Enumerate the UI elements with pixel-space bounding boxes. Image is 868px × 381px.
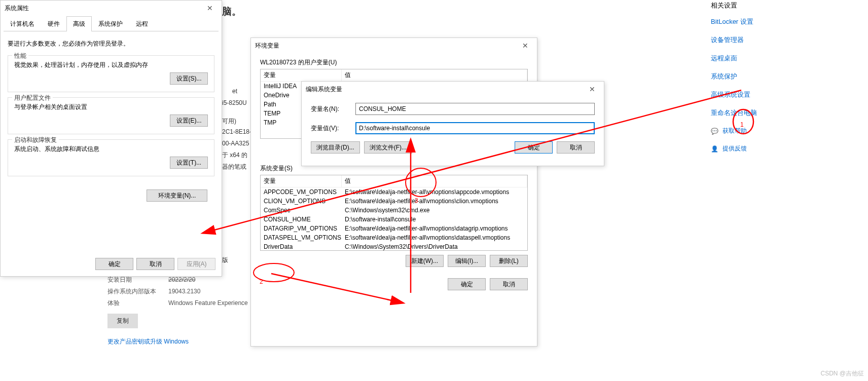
sidebar-link-remote-desktop[interactable]: 远程桌面 — [711, 54, 782, 63]
sidebar-link-advanced-settings[interactable]: 高级系统设置 — [711, 90, 782, 99]
bg-text: 脑。 — [222, 5, 241, 18]
col-header-variable: 变量 — [261, 69, 342, 81]
profile-settings-button[interactable]: 设置(E)... — [170, 115, 208, 127]
get-help-link[interactable]: 💬获取帮助 — [711, 127, 782, 135]
bg-text: 器的笔或 — [222, 163, 246, 171]
table-row[interactable]: CONSUL_HOMED:\software-install\consule — [261, 215, 527, 224]
table-row[interactable]: CLION_VM_OPTIONSE:\software\Idea\ja-netf… — [261, 197, 527, 206]
chat-icon: 💬 — [711, 128, 718, 135]
cancel-button[interactable]: 取消 — [490, 278, 528, 290]
browse-dir-button[interactable]: 浏览目录(D)... — [311, 141, 360, 154]
var-value-input[interactable] — [355, 122, 595, 134]
sys-edit-button[interactable]: 编辑(I)... — [448, 255, 486, 267]
osbuild-value: 19043.2130 — [168, 288, 200, 295]
window-title: 环境变量 — [255, 42, 533, 50]
sidebar-link-device-manager[interactable]: 设备管理器 — [711, 35, 782, 45]
close-button[interactable]: ✕ — [200, 3, 220, 14]
experience-label: 体验 — [107, 299, 168, 308]
system-properties-window: 系统属性 ✕ 计算机名 硬件 高级 系统保护 远程 要进行大多数更改，您必须作为… — [0, 0, 222, 277]
table-row[interactable]: DATAGRIP_VM_OPTIONSE:\software\Idea\ja-n… — [261, 224, 527, 233]
var-value-label: 变量值(V): — [311, 124, 355, 133]
copy-button[interactable]: 复制 — [107, 314, 138, 328]
profile-desc: 与登录帐户相关的桌面设置 — [14, 103, 208, 111]
sidebar-link-rename-pc[interactable]: 重命名这台电脑 — [711, 108, 782, 118]
change-product-key-link[interactable]: 更改产品密钥或升级 Windows — [107, 337, 270, 346]
watermark: CSDN @吉他征 — [820, 369, 864, 378]
tab-computer-name[interactable]: 计算机名 — [4, 16, 41, 31]
bg-text: et — [232, 88, 237, 95]
related-settings-heading: 相关设置 — [711, 1, 782, 10]
var-name-input[interactable] — [355, 103, 595, 115]
window-title: 系统属性 — [5, 4, 218, 13]
table-row[interactable]: APPCODE_VM_OPTIONSE:\software\Idea\ja-ne… — [261, 187, 527, 197]
sys-delete-button[interactable]: 删除(L) — [490, 255, 528, 267]
startup-group-title: 启动和故障恢复 — [12, 136, 59, 144]
ok-button[interactable]: 确定 — [95, 258, 133, 270]
col-header-value: 值 — [342, 69, 527, 81]
environment-variables-button[interactable]: 环境变量(N)... — [147, 189, 207, 202]
sys-new-button[interactable]: 新建(W)... — [406, 255, 444, 267]
close-button[interactable]: ✕ — [583, 84, 602, 95]
bg-text: 2C1-8E18- — [222, 128, 251, 135]
cancel-button[interactable]: 取消 — [136, 258, 174, 270]
tab-remote[interactable]: 远程 — [129, 16, 155, 31]
osbuild-label: 操作系统内部版本 — [107, 287, 168, 296]
sys-vars-listbox[interactable]: 变量 值 APPCODE_VM_OPTIONSE:\software\Idea\… — [260, 175, 528, 251]
ok-button[interactable]: 确定 — [448, 278, 486, 290]
startup-settings-button[interactable]: 设置(T)... — [170, 157, 208, 169]
bg-text: 于 x64 的 — [222, 151, 247, 160]
tab-hardware[interactable]: 硬件 — [41, 16, 66, 31]
bg-text: 可用) — [222, 117, 236, 126]
sidebar-link-bitlocker[interactable]: BitLocker 设置 — [711, 17, 782, 26]
bg-text: i5-8250U — [222, 99, 247, 106]
performance-settings-button[interactable]: 设置(S)... — [170, 72, 208, 85]
tab-system-protection[interactable]: 系统保护 — [92, 16, 129, 31]
edit-variable-dialog: 编辑系统变量 ✕ 变量名(N): 变量值(V): 浏览目录(D)... 浏览文件… — [301, 81, 604, 166]
performance-group-title: 性能 — [12, 52, 28, 60]
install-date-label: 安装日期 — [107, 276, 168, 284]
col-header-variable: 变量 — [261, 175, 342, 187]
profile-group-title: 用户配置文件 — [12, 94, 53, 102]
experience-value: Windows Feature Experience — [168, 299, 248, 307]
apply-button[interactable]: 应用(A) — [177, 258, 215, 270]
col-header-value: 值 — [342, 175, 527, 187]
browse-file-button[interactable]: 浏览文件(F)... — [364, 141, 412, 154]
cancel-button[interactable]: 取消 — [557, 141, 595, 154]
performance-desc: 视觉效果，处理器计划，内存使用，以及虚拟内存 — [14, 61, 208, 69]
table-row[interactable]: ComSpecC:\Windows\system32\cmd.exe — [261, 206, 527, 215]
table-row[interactable]: DriverDataC:\Windows\System32\Drivers\Dr… — [261, 242, 527, 251]
var-name-label: 变量名(N): — [311, 105, 355, 113]
install-date-value: 2022/2/20 — [168, 276, 195, 283]
dialog-title: 编辑系统变量 — [306, 85, 600, 94]
table-row[interactable]: DATASPELL_VM_OPTIONSE:\software\Idea\ja-… — [261, 233, 527, 242]
bg-text: 00-AA325 — [222, 140, 249, 147]
close-button[interactable]: ✕ — [516, 40, 535, 51]
tab-advanced[interactable]: 高级 — [66, 16, 92, 31]
admin-notice: 要进行大多数更改，您必须作为管理员登录。 — [8, 40, 214, 48]
ok-button[interactable]: 确定 — [515, 141, 553, 154]
feedback-icon: 👤 — [711, 145, 718, 153]
sidebar-link-system-protection[interactable]: 系统保护 — [711, 72, 782, 81]
startup-desc: 系统启动、系统故障和调试信息 — [14, 145, 208, 154]
bg-text: 版 — [222, 256, 228, 264]
feedback-link[interactable]: 👤提供反馈 — [711, 144, 782, 153]
user-vars-label: WL20180723 的用户变量(U) — [260, 58, 528, 67]
